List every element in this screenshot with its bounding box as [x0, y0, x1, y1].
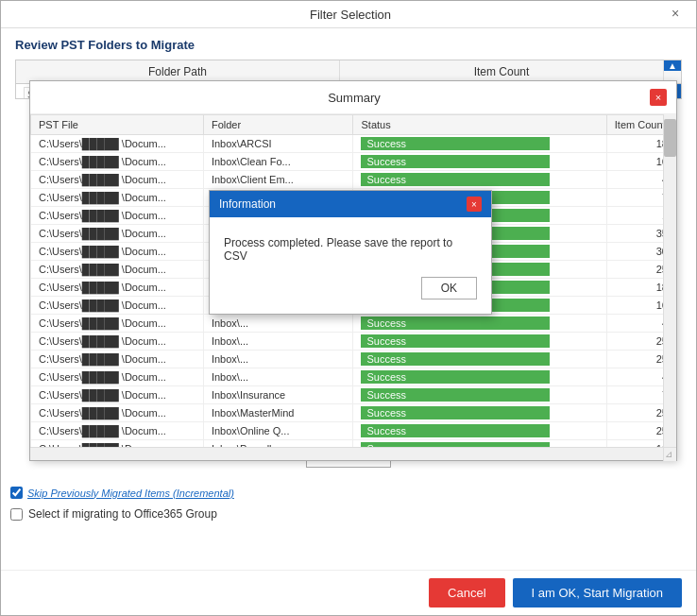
status-header: Status: [353, 115, 606, 135]
status-cell: Success: [361, 370, 550, 384]
skip-label: Skip Previously Migrated Items (Incremen…: [27, 488, 234, 499]
info-message: Process completed. Please save the repor…: [224, 236, 477, 263]
pst-file-cell: C:\Users\█████ \Docum...: [31, 261, 204, 279]
resize-handle[interactable]: ⊿: [665, 449, 674, 458]
pst-file-cell: C:\Users\█████ \Docum...: [31, 404, 204, 422]
table-row: C:\Users\█████ \Docum...Inbox\MasterMind…: [31, 404, 676, 422]
table-row: C:\Users\█████ \Docum...Inbox\...Success…: [31, 333, 676, 351]
folder-cell: Inbox\ARCSI: [203, 135, 353, 153]
folder-cell: Inbox\Clean Fo...: [203, 153, 353, 171]
pst-file-cell: C:\Users\█████ \Docum...: [31, 243, 204, 261]
pst-file-cell: C:\Users\█████ \Docum...: [31, 351, 204, 368]
cancel-button[interactable]: Cancel: [429, 578, 504, 607]
pst-file-cell: C:\Users\█████ \Docum...: [31, 333, 204, 351]
horiz-scroll-area: [30, 448, 663, 460]
office365-label: Select if migrating to Office365 Group: [28, 507, 217, 521]
table-row: C:\Users\█████ \Docum...Inbox\Online Q..…: [31, 422, 676, 440]
summary-close-btn[interactable]: ×: [650, 89, 667, 106]
information-dialog: Information × Process completed. Please …: [209, 190, 492, 315]
status-cell: Success: [361, 352, 550, 366]
bottom-buttons: Cancel I am OK, Start Migration: [1, 570, 696, 615]
pst-file-cell: C:\Users\█████ \Docum...: [31, 207, 204, 225]
folder-cell: Inbox\Client Em...: [203, 171, 353, 189]
summary-scrollbar[interactable]: [663, 114, 676, 447]
folder-cell: Inbox\MasterMind: [203, 404, 353, 422]
table-row: C:\Users\█████ \Docum...Inbox\Client Em.…: [31, 171, 676, 189]
table-row: C:\Users\█████ \Docum...Inbox\PayrollSuc…: [31, 440, 676, 448]
pst-file-cell: C:\Users\█████ \Docum...: [31, 315, 204, 333]
folder-cell: Inbox\Payroll: [203, 440, 353, 448]
pst-file-cell: C:\Users\█████ \Docum...: [31, 135, 204, 153]
info-body: Process completed. Please save the repor…: [210, 217, 491, 314]
summary-title: Summary: [59, 91, 650, 105]
office365-row: Select if migrating to Office365 Group: [10, 507, 217, 521]
pst-file-cell: C:\Users\█████ \Docum...: [31, 297, 204, 315]
horiz-scrollbar[interactable]: [30, 447, 676, 460]
pst-file-cell: C:\Users\█████ \Docum...: [31, 440, 204, 448]
status-cell: Success: [361, 334, 550, 348]
title-bar: Filter Selection ×: [1, 1, 696, 28]
pst-file-cell: C:\Users\█████ \Docum...: [31, 422, 204, 440]
table-row: C:\Users\█████ \Docum...Inbox\InsuranceS…: [31, 386, 676, 404]
pst-file-cell: C:\Users\█████ \Docum...: [31, 386, 204, 404]
status-cell: Success: [361, 173, 550, 186]
folder-cell: Inbox\...: [203, 333, 353, 351]
pst-file-cell: C:\Users\█████ \Docum...: [31, 279, 204, 297]
table-row: C:\Users\█████ \Docum...Inbox\...Success…: [31, 315, 676, 333]
folder-cell: Inbox\...: [203, 315, 353, 333]
table-row: C:\Users\█████ \Docum...Inbox\...Success…: [31, 351, 676, 368]
skip-checkbox[interactable]: [10, 487, 23, 499]
status-cell: Success: [361, 388, 550, 402]
office365-checkbox[interactable]: [10, 508, 23, 521]
pst-file-cell: C:\Users\█████ \Docum...: [31, 368, 204, 386]
pst-file-cell: C:\Users\█████ \Docum...: [31, 171, 204, 189]
folder-cell: Inbox\Online Q...: [203, 422, 353, 440]
info-title-bar: Information ×: [210, 191, 491, 217]
pst-file-cell: C:\Users\█████ \Docum...: [31, 225, 204, 243]
info-ok-button[interactable]: OK: [421, 277, 477, 299]
summary-title-bar: Summary ×: [30, 81, 676, 114]
folder-cell: Inbox\...: [203, 351, 353, 368]
skip-row: Skip Previously Migrated Items (Incremen…: [10, 487, 234, 499]
folder-cell: Inbox\Insurance: [203, 386, 353, 404]
pst-file-header: PST File: [31, 115, 204, 135]
info-title: Information: [219, 197, 276, 211]
table-row: C:\Users\█████ \Docum...Inbox\ARCSISucce…: [31, 135, 676, 153]
window-close-button[interactable]: ×: [672, 7, 687, 22]
status-cell: Success: [361, 406, 550, 419]
info-ok-row: OK: [224, 277, 477, 299]
pst-file-cell: C:\Users\█████ \Docum...: [31, 153, 204, 171]
table-row: C:\Users\█████ \Docum...Inbox\...Success…: [31, 368, 676, 386]
table-row: C:\Users\█████ \Docum...Inbox\Clean Fo..…: [31, 153, 676, 171]
section-title: Review PST Folders to Migrate: [15, 38, 682, 52]
status-cell: Success: [361, 424, 550, 437]
status-cell: Success: [361, 317, 550, 330]
start-migration-button[interactable]: I am OK, Start Migration: [513, 578, 682, 607]
window-title: Filter Selection: [29, 8, 672, 22]
pst-file-cell: C:\Users\█████ \Docum...: [31, 189, 204, 207]
summary-scroll-thumb: [664, 119, 676, 157]
folder-header: Folder: [203, 115, 353, 135]
info-close-btn[interactable]: ×: [467, 197, 482, 212]
scroll-up-btn[interactable]: ▲: [664, 60, 681, 71]
folder-cell: Inbox\...: [203, 368, 353, 386]
status-cell: Success: [361, 137, 550, 150]
status-cell: Success: [361, 442, 550, 447]
main-window: Filter Selection × Review PST Folders to…: [0, 0, 697, 616]
status-cell: Success: [361, 155, 550, 168]
